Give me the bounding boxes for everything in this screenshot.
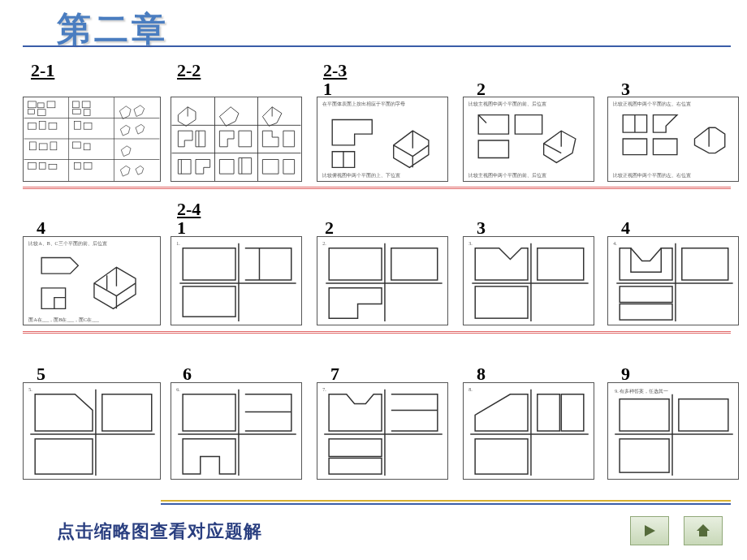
svg-rect-10 [72, 101, 79, 108]
thumb-2-3-1[interactable]: 在平面体表面上按出相应于平面的字母 比较俯视图中两个平面的上、下位置 [317, 97, 448, 182]
thumb-2-4-3[interactable]: 3. [463, 236, 594, 325]
thumb-2-3-3[interactable]: 比较正视图中两个平面的左、右位置 比较正视图中两个平面的左、右位置 [607, 97, 739, 182]
footer-rule-blue [161, 503, 731, 505]
home-button[interactable] [684, 516, 723, 545]
svg-rect-11 [82, 101, 90, 108]
svg-rect-6 [37, 103, 44, 108]
svg-rect-8 [28, 110, 35, 114]
footer-rule-gold [161, 500, 731, 502]
thumb-2-4-2[interactable]: 2. [317, 236, 448, 325]
next-button[interactable] [630, 516, 669, 545]
svg-text:面A在___，面B在___，面C在___: 面A在___，面B在___，面C在___ [28, 317, 99, 322]
label-2-1[interactable]: 2-1 [31, 60, 54, 81]
svg-rect-52 [538, 248, 584, 280]
svg-rect-26 [49, 164, 57, 169]
thumb-row3-6[interactable]: 6. [171, 382, 302, 480]
svg-rect-25 [39, 162, 45, 169]
svg-text:5.: 5. [28, 387, 32, 392]
svg-text:1.: 1. [176, 241, 180, 246]
svg-rect-28 [84, 162, 92, 169]
svg-text:在平面体表面上按出相应于平面的字母: 在平面体表面上按出相应于平面的字母 [322, 101, 405, 106]
svg-rect-14 [28, 123, 37, 129]
svg-rect-24 [28, 162, 37, 169]
svg-rect-12 [72, 110, 80, 114]
svg-rect-27 [74, 162, 80, 169]
thumb-row3-7[interactable]: 7. [317, 382, 448, 480]
svg-rect-13 [84, 110, 90, 116]
svg-text:比较俯视图中两个平面的上、下位置: 比较俯视图中两个平面的上、下位置 [322, 173, 400, 178]
svg-text:3.: 3. [468, 241, 473, 246]
svg-rect-7 [47, 101, 55, 108]
svg-rect-63 [102, 394, 152, 431]
svg-text:7.: 7. [322, 387, 326, 392]
nav-buttons [630, 516, 723, 545]
svg-rect-15 [39, 121, 45, 129]
thumb-2-4-4[interactable]: 4. [607, 236, 739, 325]
row-divider-1 [23, 187, 731, 189]
svg-text:2.: 2. [322, 241, 326, 246]
row-divider-2 [23, 331, 731, 334]
thumb-2-1[interactable] [23, 97, 161, 182]
svg-text:比较正视图中两个平面的左、右位置: 比较正视图中两个平面的左、右位置 [613, 101, 691, 106]
svg-rect-73 [329, 458, 382, 474]
thumb-2-2[interactable] [171, 97, 302, 182]
footer-hint: 点击缩略图查看对应题解 [57, 519, 262, 544]
title-underline [23, 45, 731, 47]
svg-rect-18 [84, 123, 92, 129]
svg-rect-77 [475, 439, 528, 474]
svg-text:4.: 4. [613, 241, 617, 246]
thumb-row3-9[interactable]: 9. 有多种答案，任选其一 [607, 382, 739, 480]
svg-rect-23 [84, 144, 90, 150]
svg-text:9. 有多种答案，任选其一: 9. 有多种答案，任选其一 [615, 388, 668, 394]
svg-text:8.: 8. [468, 387, 473, 392]
svg-rect-43 [183, 286, 235, 317]
svg-text:比较主视图中两个平面的前、后位置: 比较主视图中两个平面的前、后位置 [468, 101, 546, 106]
svg-rect-81 [620, 399, 669, 431]
label-2-2[interactable]: 2-2 [177, 60, 201, 81]
svg-rect-19 [29, 142, 36, 150]
svg-rect-68 [183, 394, 235, 431]
svg-rect-16 [49, 123, 57, 129]
svg-marker-86 [645, 525, 655, 536]
svg-marker-87 [697, 524, 710, 536]
thumb-2-4-1[interactable]: 1. [171, 236, 302, 325]
svg-rect-53 [475, 286, 528, 318]
svg-rect-58 [620, 286, 672, 303]
svg-rect-57 [682, 248, 728, 280]
svg-text:比较主视图中两个平面的前、后位置: 比较主视图中两个平面的前、后位置 [468, 172, 546, 178]
svg-text:6.: 6. [176, 387, 180, 392]
thumb-row3-8[interactable]: 8. [463, 382, 594, 480]
thumb-row2-4[interactable]: 比较A、B、C三个平面的前、后位置 面A在___，面B在___，面C在___ [23, 236, 161, 325]
svg-text:比较A、B、C三个平面的前、后位置: 比较A、B、C三个平面的前、后位置 [28, 241, 106, 246]
svg-rect-64 [35, 439, 93, 474]
svg-rect-72 [329, 439, 382, 457]
svg-rect-59 [620, 304, 672, 320]
svg-rect-17 [74, 121, 80, 129]
svg-rect-42 [183, 248, 235, 280]
svg-rect-21 [50, 142, 57, 150]
svg-rect-22 [72, 142, 80, 149]
svg-rect-83 [620, 439, 669, 472]
svg-rect-5 [28, 101, 37, 108]
svg-rect-20 [39, 144, 47, 150]
svg-text:比较正视图中两个平面的左、右位置: 比较正视图中两个平面的左、右位置 [613, 173, 691, 178]
svg-rect-47 [329, 248, 382, 280]
svg-rect-82 [679, 399, 728, 431]
thumb-2-3-2[interactable]: 比较主视图中两个平面的前、后位置 比较主视图中两个平面的前、后位置 [463, 97, 594, 182]
svg-rect-48 [391, 248, 438, 280]
svg-rect-9 [37, 110, 45, 116]
thumb-row3-5[interactable]: 5. [23, 382, 161, 480]
